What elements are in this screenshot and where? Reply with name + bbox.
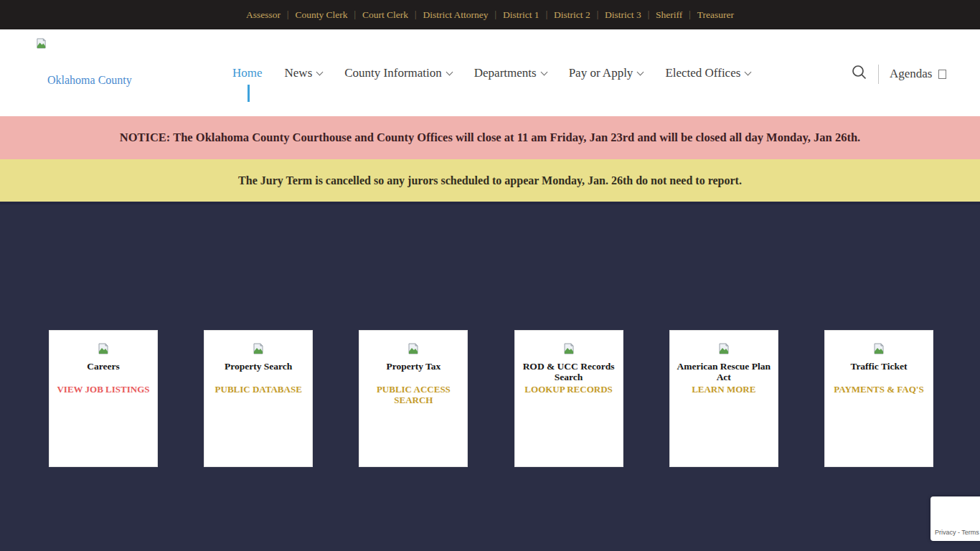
broken-image-icon [253,343,264,357]
nav-item-label: Pay or Apply [569,66,633,80]
main-top-divider [0,202,980,204]
card-title: American Rescue Plan Act [670,361,778,382]
agendas-link[interactable]: Agendas [890,67,932,81]
closure-notice-text: NOTICE: The Oklahoma County Courthouse a… [120,131,860,145]
nav-item-elected-offices[interactable]: Elected Offices [665,66,750,80]
missing-glyph-icon [938,70,946,79]
jury-term-banner: The Jury Term is cancelled so any jurors… [0,159,980,202]
topbar-link-district-attorney[interactable]: District Attorney [416,9,494,21]
nav-item-home[interactable]: Home [232,66,263,80]
closure-notice-banner: NOTICE: The Oklahoma County Courthouse a… [0,116,980,159]
broken-image-icon [873,343,885,357]
card-american-rescue-plan[interactable]: American Rescue Plan Act LEARN MORE [669,330,778,467]
main-nav: Home News County Information Departments… [232,66,750,80]
chevron-down-icon [540,68,547,75]
topbar-link-treasurer[interactable]: Treasurer [691,9,740,21]
site-title[interactable]: Oklahoma County [47,74,132,87]
site-logo[interactable]: Oklahoma County [36,38,47,52]
card-link-payments-faqs[interactable]: PAYMENTS & FAQ'S [828,384,929,395]
nav-item-label: Home [232,66,263,80]
card-rod-ucc-records[interactable]: ROD & UCC Records Search LOOKUP RECORDS [514,330,623,467]
topbar-link-county-clerk[interactable]: County Clerk [288,9,354,21]
jury-term-text: The Jury Term is cancelled so any jurors… [238,174,742,187]
topbar-link-district-2[interactable]: District 2 [547,9,597,21]
broken-image-icon [98,343,109,357]
card-link-public-database[interactable]: PUBLIC DATABASE [209,384,308,395]
nav-item-label: County Information [344,66,442,80]
card-link-learn-more[interactable]: LEARN MORE [686,384,761,395]
broken-image-icon [36,38,47,52]
card-title: Property Search [204,361,312,382]
header-divider [878,65,879,84]
header-right: Agendas [851,64,946,84]
search-icon[interactable] [851,64,868,84]
card-title: Property Tax [359,361,467,382]
broken-image-icon [407,343,419,357]
topbar-link-sheriff[interactable]: Sheriff [649,9,689,21]
nav-item-county-information[interactable]: County Information [344,66,452,80]
quick-links-cards: Careers VIEW JOB LISTINGS Property Searc… [49,330,933,467]
broken-image-icon [718,343,730,357]
broken-image-icon [563,343,575,357]
chevron-down-icon [316,68,324,75]
chevron-down-icon [446,68,453,75]
card-title: Traffic Ticket [825,361,933,382]
nav-item-label: News [285,66,313,80]
nav-item-pay-or-apply[interactable]: Pay or Apply [569,66,644,80]
card-property-search[interactable]: Property Search PUBLIC DATABASE [204,330,313,467]
nav-item-label: Departments [474,66,537,80]
topbar-link-assessor[interactable]: Assessor [240,9,287,21]
site-header: Oklahoma County Home News County Informa… [0,29,980,116]
card-careers[interactable]: Careers VIEW JOB LISTINGS [49,330,158,467]
main-content: Careers VIEW JOB LISTINGS Property Searc… [0,202,980,551]
nav-item-departments[interactable]: Departments [474,66,547,80]
topbar: Assessor | County Clerk | Court Clerk | … [0,0,980,29]
active-tab-indicator [248,85,250,102]
nav-item-news[interactable]: News [285,66,323,80]
chevron-down-icon [637,68,644,75]
card-link-public-access-search[interactable]: PUBLIC ACCESS SEARCH [359,384,467,405]
card-property-tax[interactable]: Property Tax PUBLIC ACCESS SEARCH [359,330,468,467]
card-link-lookup-records[interactable]: LOOKUP RECORDS [519,384,618,395]
nav-item-label: Elected Offices [665,66,740,80]
recaptcha-badge[interactable]: Privacy - Terms [930,496,980,541]
recaptcha-privacy-terms[interactable]: Privacy - Terms [935,529,979,536]
card-title: Careers [50,361,157,382]
card-traffic-ticket[interactable]: Traffic Ticket PAYMENTS & FAQ'S [824,330,933,467]
topbar-link-district-1[interactable]: District 1 [496,9,546,21]
chevron-down-icon [745,68,752,75]
card-link-view-job-listings[interactable]: VIEW JOB LISTINGS [51,384,155,395]
card-title: ROD & UCC Records Search [515,361,623,382]
topbar-link-district-3[interactable]: District 3 [598,9,648,21]
topbar-link-court-clerk[interactable]: Court Clerk [356,9,415,21]
